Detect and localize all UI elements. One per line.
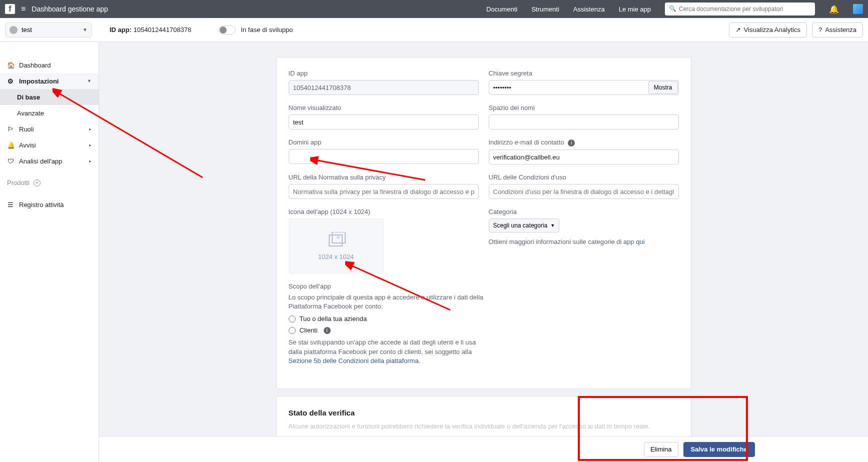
help-button[interactable]: ?Assistenza xyxy=(812,22,863,38)
namespace-field[interactable] xyxy=(489,114,679,130)
show-secret-button[interactable]: Mostra xyxy=(648,81,678,94)
add-product-button[interactable]: + xyxy=(34,180,41,186)
chevron-right-icon: ▸ xyxy=(89,142,92,148)
sidebar-subitem-avanzate[interactable]: Avanzate xyxy=(0,105,99,121)
notifications-icon[interactable]: 🔔 xyxy=(829,4,839,14)
purpose-note: Se stai sviluppando un'app che accede ai… xyxy=(289,338,484,366)
dev-mode-label: In fase di sviluppo xyxy=(241,26,293,34)
sidebar-products-label: Prodotti+ xyxy=(0,179,99,186)
icon-label: Icona dell'app (1024 x 1024) xyxy=(289,208,479,216)
shield-icon: 🛡 xyxy=(7,158,14,165)
category-select[interactable]: Scegli una categoria▼ xyxy=(489,218,560,232)
info-icon[interactable]: i xyxy=(324,327,331,334)
chevron-right-icon: ▸ xyxy=(89,158,92,164)
purpose-link[interactable]: Sezione 5b delle Condizioni della piatta… xyxy=(289,357,421,364)
purpose-radio-clients[interactable]: Clientii xyxy=(289,326,484,334)
nav-documenti[interactable]: Documenti xyxy=(486,6,517,13)
sidebar-item-avvisi[interactable]: 🔔Avvisi▸ xyxy=(0,137,99,153)
avatar[interactable] xyxy=(853,4,863,14)
purpose-desc: Lo scopo principale di questa app è acce… xyxy=(289,293,484,311)
chevron-right-icon: ▸ xyxy=(89,126,92,132)
secret-label: Chiave segreta xyxy=(489,70,679,77)
namespace-label: Spazio dei nomi xyxy=(489,104,679,112)
bell-icon: 🔔 xyxy=(7,142,14,149)
nav-assistenza[interactable]: Assistenza xyxy=(573,6,605,13)
fb-logo[interactable]: f xyxy=(5,4,15,14)
footer-bar: Elimina Salva le modifiche xyxy=(99,436,868,462)
analytics-icon: ↗ xyxy=(735,26,741,34)
appid-field xyxy=(289,80,479,95)
flag-icon: 🏳 xyxy=(7,126,14,133)
svg-text:+: + xyxy=(336,233,340,241)
main-content: ID app Chiave segreta Mostra Nome visual… xyxy=(99,42,868,462)
contact-field[interactable] xyxy=(489,150,679,164)
nav-lemieapp[interactable]: Le mie app xyxy=(619,6,651,13)
app-name: test xyxy=(22,26,32,34)
dev-mode-toggle[interactable] xyxy=(219,26,236,34)
app-selector[interactable]: test ▼ xyxy=(5,22,92,38)
icon-hint: 1024 x 1024 xyxy=(318,253,354,260)
purpose-radio-self[interactable]: Tuo o della tua azienda xyxy=(289,315,484,322)
info-icon[interactable]: i xyxy=(568,140,575,146)
save-button[interactable]: Salva le modifiche xyxy=(683,442,755,457)
contact-label: Indirizzo e-mail di contatto i xyxy=(489,138,679,146)
search-icon: 🔍 xyxy=(669,5,676,12)
purpose-label: Scopo dell'app xyxy=(289,282,484,290)
settings-card: ID app Chiave segreta Mostra Nome visual… xyxy=(276,57,691,389)
chevron-down-icon: ▼ xyxy=(83,27,88,32)
sidebar-item-dashboard[interactable]: 🏠Dashboard xyxy=(0,57,99,73)
chevron-down-icon: ▼ xyxy=(87,78,92,84)
sidebar-item-impostazioni[interactable]: ⚙Impostazioni▼ xyxy=(0,73,99,89)
search-input[interactable] xyxy=(665,2,815,16)
privacy-label: URL della Normativa sulla privacy xyxy=(289,174,479,181)
privacy-field[interactable] xyxy=(289,184,479,199)
category-more: Ottieni maggiori informazioni sulle cate… xyxy=(489,238,679,246)
sidebar: 🏠Dashboard ⚙Impostazioni▼ Di base Avanza… xyxy=(0,42,99,462)
domains-label: Domini app xyxy=(289,138,479,146)
category-label: Categoria xyxy=(489,208,679,216)
home-icon: 🏠 xyxy=(7,62,14,69)
image-upload-icon: + xyxy=(326,232,346,249)
topbar: f ≡ Dashboard gestione app Documenti Str… xyxy=(0,0,868,18)
chevron-down-icon: ▼ xyxy=(550,223,555,228)
list-icon: ☰ xyxy=(7,201,14,208)
tos-field[interactable] xyxy=(489,184,679,199)
secondary-bar: test ▼ ID app: 1054012441708378 In fase … xyxy=(0,18,868,42)
icon-upload[interactable]: + 1024 x 1024 xyxy=(289,218,384,274)
sidebar-item-registro[interactable]: ☰Registro attività xyxy=(0,196,99,212)
app-id-display: ID app: 1054012441708378 xyxy=(110,26,191,34)
help-icon: ? xyxy=(818,26,822,34)
hamburger-icon[interactable]: ≡ xyxy=(21,4,26,14)
domains-field[interactable] xyxy=(289,149,479,164)
displayname-label: Nome visualizzato xyxy=(289,104,479,112)
analytics-button[interactable]: ↗Visualizza Analytics xyxy=(729,22,807,38)
displayname-field[interactable] xyxy=(289,114,479,130)
delete-button[interactable]: Elimina xyxy=(644,442,678,457)
verification-desc: Alcune autorizzazioni e funzioni potrebb… xyxy=(289,422,679,431)
dev-mode: In fase di sviluppo xyxy=(219,26,293,34)
category-link[interactable]: qui xyxy=(636,238,644,246)
sidebar-item-ruoli[interactable]: 🏳Ruoli▸ xyxy=(0,121,99,137)
verification-title: Stato della verifica xyxy=(289,408,679,417)
sidebar-subitem-dibase[interactable]: Di base xyxy=(0,89,99,105)
tos-label: URL delle Condizioni d'uso xyxy=(489,174,679,181)
app-icon xyxy=(10,26,18,34)
page-title: Dashboard gestione app xyxy=(32,5,108,13)
gear-icon: ⚙ xyxy=(7,78,14,85)
sidebar-item-analisi[interactable]: 🛡Analisi dell'app▸ xyxy=(0,153,99,169)
appid-label: ID app xyxy=(289,70,479,77)
nav-strumenti[interactable]: Strumenti xyxy=(531,6,559,13)
